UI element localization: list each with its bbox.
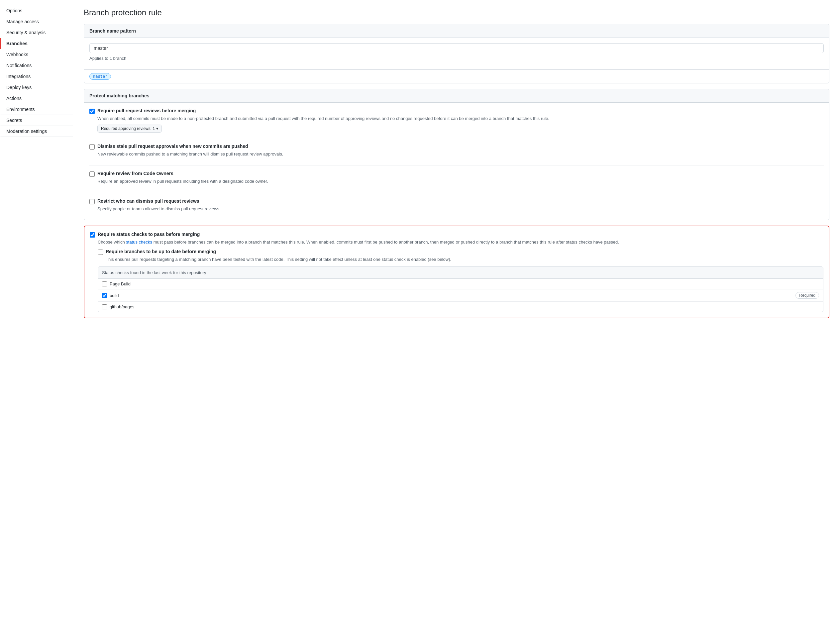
option-desc-dismiss-stale: New reviewable commits pushed to a match… xyxy=(97,151,824,158)
checkbox-require-branches-up-to-date[interactable] xyxy=(98,250,103,255)
checkbox-status-check-build[interactable] xyxy=(102,293,107,298)
status-checks-main-option: Require status checks to pass before mer… xyxy=(90,232,823,246)
option-desc-require-pr-reviews: When enabled, all commits must be made t… xyxy=(97,115,824,122)
option-row-restrict-dismiss-reviews: Restrict who can dismiss pull request re… xyxy=(89,198,824,212)
required-badge-build: Required xyxy=(795,292,819,299)
status-check-left-github-pages: github/pages xyxy=(102,304,134,309)
status-check-row-github-pages: github/pages xyxy=(98,302,823,312)
status-check-label-build: build xyxy=(109,293,119,298)
option-desc-require-code-owner-review: Require an approved review in pull reque… xyxy=(97,178,824,185)
option-label-require-pr-reviews: Require pull request reviews before merg… xyxy=(97,108,196,113)
sidebar-item-manage-access[interactable]: Manage access xyxy=(0,16,73,27)
checkbox-dismiss-stale[interactable] xyxy=(89,144,95,150)
option-header-require-pr-reviews: Require pull request reviews before merg… xyxy=(89,108,824,114)
option-row-require-code-owner-review: Require review from Code OwnersRequire a… xyxy=(89,171,824,193)
option-desc-restrict-dismiss-reviews: Specify people or teams allowed to dismi… xyxy=(97,206,824,212)
branch-name-section: Branch name pattern Applies to 1 branch … xyxy=(84,24,829,83)
sub-option-up-to-date: Require branches to be up to date before… xyxy=(98,249,823,263)
main-content: Branch protection rule Branch name patte… xyxy=(73,0,840,626)
page-title: Branch protection rule xyxy=(84,8,829,17)
status-check-row-build: buildRequired xyxy=(98,290,823,302)
branch-tag: master xyxy=(89,73,111,80)
option-row-dismiss-stale: Dismiss stale pull request approvals whe… xyxy=(89,144,824,166)
branch-name-header: Branch name pattern xyxy=(84,24,829,38)
sidebar-item-deploy-keys[interactable]: Deploy keys xyxy=(0,82,73,93)
chevron-down-icon: ▾ xyxy=(156,126,158,131)
dropdown-approving-reviews[interactable]: Required approving reviews: 1 ▾ xyxy=(97,125,162,133)
option-header-require-code-owner-review: Require review from Code Owners xyxy=(89,171,824,177)
checkbox-require-status-checks[interactable] xyxy=(90,232,95,238)
sidebar: OptionsManage accessSecurity & analysisB… xyxy=(0,0,73,626)
sidebar-item-webhooks[interactable]: Webhooks xyxy=(0,49,73,60)
status-check-left-build: build xyxy=(102,293,119,298)
sidebar-item-actions[interactable]: Actions xyxy=(0,93,73,104)
checkbox-status-check-page-build[interactable] xyxy=(102,282,107,286)
branch-name-input[interactable] xyxy=(89,43,824,53)
status-check-label-page-build: Page Build xyxy=(109,282,131,286)
sidebar-item-branches[interactable]: Branches xyxy=(0,38,73,49)
sidebar-item-security-analysis[interactable]: Security & analysis xyxy=(0,27,73,38)
status-checks-box-header: Status checks found in the last week for… xyxy=(98,267,823,279)
checkbox-require-pr-reviews[interactable] xyxy=(89,109,95,114)
status-checks-main-desc: Choose which status checks must pass bef… xyxy=(98,239,823,246)
protect-section-header: Protect matching branches xyxy=(84,89,829,103)
protect-section: Protect matching branches Require pull r… xyxy=(84,89,829,220)
branch-tag-row: master xyxy=(84,69,829,83)
checkbox-status-check-github-pages[interactable] xyxy=(102,304,107,309)
sub-option-label: Require branches to be up to date before… xyxy=(106,249,216,254)
sub-option-header: Require branches to be up to date before… xyxy=(98,249,823,255)
sidebar-item-secrets[interactable]: Secrets xyxy=(0,115,73,126)
sidebar-item-notifications[interactable]: Notifications xyxy=(0,60,73,71)
sidebar-item-options[interactable]: Options xyxy=(0,5,73,16)
status-checks-link[interactable]: status checks xyxy=(126,239,152,244)
status-checks-section: Require status checks to pass before mer… xyxy=(84,225,829,318)
checkbox-require-code-owner-review[interactable] xyxy=(89,171,95,177)
status-check-row-page-build: Page Build xyxy=(98,279,823,290)
status-checks-header-row: Require status checks to pass before mer… xyxy=(90,232,823,238)
status-checks-main-label: Require status checks to pass before mer… xyxy=(98,232,200,237)
option-label-require-code-owner-review: Require review from Code Owners xyxy=(97,171,174,176)
status-check-label-github-pages: github/pages xyxy=(109,304,134,309)
option-label-restrict-dismiss-reviews: Restrict who can dismiss pull request re… xyxy=(97,198,199,204)
option-label-dismiss-stale: Dismiss stale pull request approvals whe… xyxy=(97,144,248,149)
protect-section-body: Require pull request reviews before merg… xyxy=(84,103,829,220)
sidebar-item-moderation-settings[interactable]: Moderation settings xyxy=(0,126,73,137)
status-check-left-page-build: Page Build xyxy=(102,282,131,286)
applies-text: Applies to 1 branch xyxy=(89,56,824,61)
sidebar-item-integrations[interactable]: Integrations xyxy=(0,71,73,82)
option-header-dismiss-stale: Dismiss stale pull request approvals whe… xyxy=(89,144,824,150)
checkbox-restrict-dismiss-reviews[interactable] xyxy=(89,199,95,204)
sidebar-item-environments[interactable]: Environments xyxy=(0,104,73,115)
option-row-require-pr-reviews: Require pull request reviews before merg… xyxy=(89,108,824,138)
status-checks-box: Status checks found in the last week for… xyxy=(98,266,823,312)
option-header-restrict-dismiss-reviews: Restrict who can dismiss pull request re… xyxy=(89,198,824,204)
sub-option-desc: This ensures pull requests targeting a m… xyxy=(106,256,823,263)
branch-name-body: Applies to 1 branch xyxy=(84,38,829,69)
